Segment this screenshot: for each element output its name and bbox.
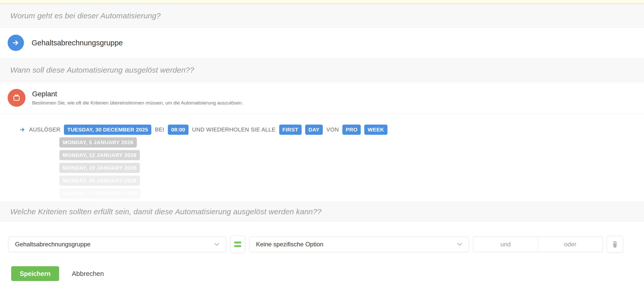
upcoming-date-badge: MONDAY, 2 FEBRUARY 2026 xyxy=(59,188,141,198)
chevron-down-icon xyxy=(457,243,462,246)
question-when-text: Wann soll diese Automatisierung ausgelös… xyxy=(10,66,194,74)
time-badge[interactable]: 08:00 xyxy=(168,125,189,135)
upcoming-date-badge: MONDAY, 12 JANUARY 2026 xyxy=(59,150,140,160)
criteria-option-value: Keine spezifische Option xyxy=(256,241,323,248)
unit-badge[interactable]: DAY xyxy=(305,125,323,135)
per-badge[interactable]: PRO xyxy=(342,125,361,135)
arrow-circle-icon xyxy=(8,35,24,51)
schedule-area: AUSLÖSER TUESDAY, 30 DECEMBER 2025 BEI 0… xyxy=(0,114,644,202)
upcoming-date-badge: MONDAY, 26 JANUARY 2026 xyxy=(59,176,140,186)
period-badge[interactable]: WEEK xyxy=(364,125,387,135)
and-button[interactable]: und xyxy=(473,237,538,252)
trash-icon xyxy=(612,241,618,248)
trigger-arrow-icon xyxy=(19,127,25,133)
upcoming-date-badge: MONDAY, 5 JANUARY 2026 xyxy=(59,137,137,148)
section-header-about: Worum geht es bei dieser Automatisierung… xyxy=(0,4,644,28)
top-banner xyxy=(0,0,644,4)
actions-row: Speichern Abbrechen xyxy=(0,266,644,281)
and-or-group: und oder xyxy=(473,236,603,252)
question-about-text: Worum geht es bei dieser Automatisierung… xyxy=(10,11,161,20)
question-criteria-text: Welche Kriterien sollten erfüllt sein, d… xyxy=(10,207,321,216)
criteria-option-select[interactable]: Keine spezifische Option xyxy=(249,236,469,252)
save-button[interactable]: Speichern xyxy=(11,266,59,281)
automation-name-label: Gehaltsabrechnungsgruppe xyxy=(32,39,123,47)
criteria-row: Gehaltsabrechnungsgruppe Keine spezifisc… xyxy=(0,236,644,253)
or-button[interactable]: oder xyxy=(538,237,602,252)
section-header-when: Wann soll diese Automatisierung ausgelös… xyxy=(0,58,644,82)
label-ausloeser: AUSLÖSER xyxy=(29,126,60,133)
criteria-section: Gehaltsabrechnungsgruppe Keine spezifisc… xyxy=(0,222,644,293)
upcoming-date-badge: MONDAY, 19 JANUARY 2026 xyxy=(59,163,140,173)
calendar-circle-icon xyxy=(8,89,25,107)
start-date-badge[interactable]: TUESDAY, 30 DECEMBER 2025 xyxy=(64,125,151,135)
trigger-type-title: Geplant xyxy=(32,90,243,98)
trigger-type-row[interactable]: Geplant Bestimmen Sie, wie oft die Krite… xyxy=(0,82,644,114)
ordinal-badge[interactable]: FIRST xyxy=(279,125,302,135)
criteria-field-select[interactable]: Gehaltsabrechnungsgruppe xyxy=(8,236,226,252)
upcoming-dates-list: MONDAY, 5 JANUARY 2026 MONDAY, 12 JANUAR… xyxy=(59,137,644,198)
schedule-sentence: AUSLÖSER TUESDAY, 30 DECEMBER 2025 BEI 0… xyxy=(19,125,644,135)
cancel-button[interactable]: Abbrechen xyxy=(72,270,104,278)
criteria-field-value: Gehaltsabrechnungsgruppe xyxy=(15,241,90,248)
equals-icon xyxy=(234,245,241,247)
automation-name-row[interactable]: Gehaltsabrechnungsgruppe xyxy=(0,28,644,58)
label-repeat: UND WIEDERHOLEN SIE ALLE xyxy=(192,126,275,133)
trigger-type-description: Bestimmen Sie, wie oft die Kriterien übe… xyxy=(32,100,243,106)
section-header-criteria: Welche Kriterien sollten erfüllt sein, d… xyxy=(0,202,644,222)
chevron-down-icon xyxy=(214,243,219,246)
equals-operator-button[interactable] xyxy=(230,236,245,253)
delete-criteria-button[interactable] xyxy=(607,236,623,253)
label-von: VON xyxy=(326,126,339,133)
label-bei: BEI xyxy=(155,126,164,133)
equals-icon xyxy=(234,242,241,244)
